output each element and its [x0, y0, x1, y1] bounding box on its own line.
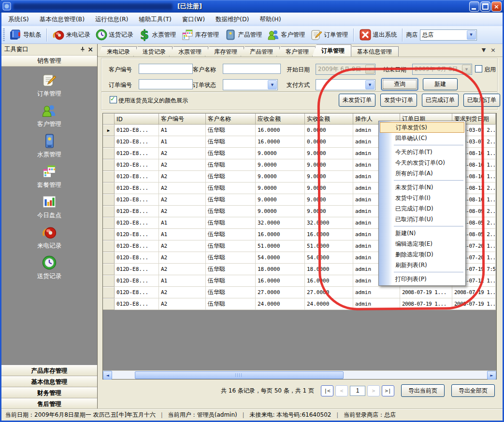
enable-checkbox[interactable] — [475, 65, 482, 72]
grid-header-cell[interactable]: 实收金额 — [305, 113, 353, 125]
order-status-filter-button[interactable]: 已完成订单 — [422, 94, 459, 107]
order-status-filter-button[interactable]: 未发货订单 — [339, 94, 375, 107]
grid-cell: 012D-E8... — [115, 264, 159, 275]
grid-cell: A1 — [159, 136, 206, 148]
tab-item[interactable]: 基本信息管理 — [348, 46, 399, 56]
context-menu-item[interactable]: 回单确认(C) — [379, 133, 465, 143]
order-status-filter-button[interactable]: 发货中订单 — [380, 94, 417, 107]
menubar-item[interactable]: 帮助(H) — [254, 14, 286, 26]
next-page-button[interactable]: > — [367, 385, 380, 396]
query-button[interactable]: 查询 — [381, 78, 418, 90]
order-no-input[interactable] — [139, 79, 193, 89]
menubar-item[interactable]: 基本信息管理(B) — [34, 14, 90, 26]
context-menu-item[interactable]: 今天的订单(T) — [379, 147, 465, 157]
grid-header-cell[interactable]: 客户名称 — [206, 113, 256, 125]
customer-no-label: 客户编号 — [109, 66, 132, 74]
menubar-item[interactable]: 运行信息(R) — [90, 14, 133, 26]
context-menu-item[interactable]: 发货中订单(I) — [379, 193, 465, 203]
page-number-input[interactable] — [350, 386, 365, 396]
export-current-page-button[interactable]: 导出当前页 — [401, 384, 445, 397]
shop-select[interactable]: 总店▼ — [420, 29, 477, 41]
context-menu-item[interactable]: 订单发货(S) — [380, 122, 464, 133]
tab-close-icon[interactable]: × — [490, 47, 496, 54]
close-button[interactable]: × — [491, 1, 502, 12]
context-menu-item[interactable]: 已完成订单(D) — [379, 203, 465, 214]
row-selector-cell — [103, 171, 115, 183]
sidebar-item[interactable]: 送货记录 — [1, 255, 97, 285]
toolbar-button-order-scroll[interactable]: 订单管理 — [308, 28, 351, 42]
customer-name-input[interactable] — [223, 64, 281, 74]
sidebar-item-label: 套餐管理 — [37, 181, 61, 189]
toolbar-button-dollar[interactable]: $水票管理 — [136, 28, 179, 42]
tab-item[interactable]: 客户管理 — [276, 46, 316, 56]
tab-item[interactable]: 产品管理 — [241, 46, 280, 56]
group-bar[interactable]: 财务管理 — [1, 387, 97, 398]
toolbar: 导航条来电记录送货记录$水票管理库存管理产品管理客户管理订单管理退出系统商店总店… — [0, 26, 504, 44]
toolbar-button-product-book[interactable]: 产品管理 — [222, 28, 265, 42]
menubar-item[interactable]: 数据维护(D) — [210, 14, 254, 26]
group-bar[interactable]: 售后管理 — [1, 398, 97, 409]
order-status-select[interactable]: ▼ — [223, 79, 278, 90]
group-bar-sales[interactable]: 销售管理 — [1, 56, 97, 67]
grid-cell: 012D-E8... — [115, 298, 159, 310]
new-button[interactable]: 新建 — [423, 78, 458, 90]
order-status-filter-button[interactable]: 已取消订单 — [463, 94, 500, 107]
toolbar-button-combo-grid[interactable]: 库存管理 — [179, 28, 222, 42]
sidebar-item[interactable]: 来电记录 — [1, 225, 97, 255]
horizontal-scrollbar[interactable]: ◄ ► — [103, 370, 496, 379]
tab-item[interactable]: 订单管理 — [312, 44, 351, 56]
tab-item[interactable]: 送货记录 — [133, 46, 173, 56]
maximize-button[interactable] — [480, 1, 490, 12]
row-selector-cell — [103, 298, 115, 310]
context-menu-item[interactable]: 新建(N) — [379, 228, 465, 239]
sidebar-item[interactable]: 套餐管理 — [1, 164, 97, 194]
toolbar-button-delivery-clock[interactable]: 送货记录 — [93, 28, 136, 42]
context-menu-item[interactable]: 未发货订单(N) — [379, 182, 465, 193]
toolbar-button-exit[interactable]: 退出系统 — [357, 28, 400, 42]
grid-header-cell[interactable]: 应收金额 — [256, 113, 305, 125]
sidebar-item[interactable]: 今日盘点 — [1, 194, 97, 225]
context-menu-item[interactable]: 删除选定项(D) — [379, 249, 465, 260]
sidebar-item[interactable]: 订单管理 — [1, 72, 97, 103]
context-menu-item[interactable]: 所有的订单(A) — [379, 168, 465, 179]
last-page-button[interactable]: >| — [382, 385, 394, 396]
combo-grid-icon — [42, 164, 57, 181]
context-menu-item[interactable]: 已取消订单(U) — [379, 214, 465, 225]
toolbar-button-navigator-book[interactable]: 导航条 — [7, 28, 44, 42]
tool-window-close-icon[interactable]: × — [86, 45, 94, 53]
context-menu-item[interactable]: 编辑选定项(E) — [379, 239, 465, 249]
pay-method-select[interactable]: ▼ — [316, 79, 375, 90]
grid-header-cell[interactable]: ID — [115, 113, 159, 125]
tab-item[interactable]: 来电记录 — [98, 46, 137, 56]
sidebar-item[interactable]: 客户管理 — [1, 103, 97, 133]
grid-header-cell[interactable]: 客户编号 — [159, 113, 206, 125]
scroll-left-icon[interactable]: ◄ — [103, 371, 112, 380]
first-page-button[interactable]: |< — [321, 385, 333, 396]
scrollbar-thumb[interactable] — [135, 371, 344, 379]
pin-icon[interactable] — [79, 45, 86, 53]
prev-page-button[interactable]: < — [335, 385, 348, 396]
menubar-item[interactable]: 辅助工具(T) — [134, 14, 177, 26]
minimize-button[interactable] — [469, 1, 479, 12]
scroll-right-icon[interactable]: ► — [487, 371, 496, 380]
group-bar[interactable]: 产品库存管理 — [1, 365, 97, 376]
context-menu-item[interactable]: 今天的发货订单(O) — [379, 157, 465, 168]
delivery-color-checkbox[interactable] — [110, 96, 117, 103]
tab-item[interactable]: 库存管理 — [205, 46, 244, 56]
customer-no-input[interactable] — [139, 64, 193, 74]
sidebar-item[interactable]: 水票管理 — [1, 133, 97, 164]
group-bar[interactable]: 基本信息管理 — [1, 376, 97, 387]
toolbar-button-call-bell[interactable]: 来电记录 — [50, 28, 93, 42]
context-menu-item[interactable]: 打印列表(P) — [379, 274, 465, 284]
context-menu-item[interactable]: 刷新列表(R) — [379, 260, 465, 270]
tab-item[interactable]: 水票管理 — [169, 46, 208, 56]
export-all-pages-button[interactable]: 导出全部页 — [451, 384, 495, 397]
menubar-item[interactable]: 窗口(W) — [177, 14, 210, 26]
table-row[interactable]: 012D-E8...A2伍华聪24.000024.0000admin2008-0… — [103, 298, 496, 310]
order-no-label: 订单编号 — [109, 81, 132, 89]
toolbar-button-customers[interactable]: 客户管理 — [265, 28, 308, 42]
product-book-icon — [224, 28, 237, 41]
menubar-item[interactable]: 系统(S) — [3, 14, 34, 26]
tab-list-dropdown-icon[interactable]: ▼ — [482, 47, 486, 54]
table-row[interactable]: 012D-E8...A2伍华聪27.000027.0000admin2008-0… — [103, 287, 496, 298]
